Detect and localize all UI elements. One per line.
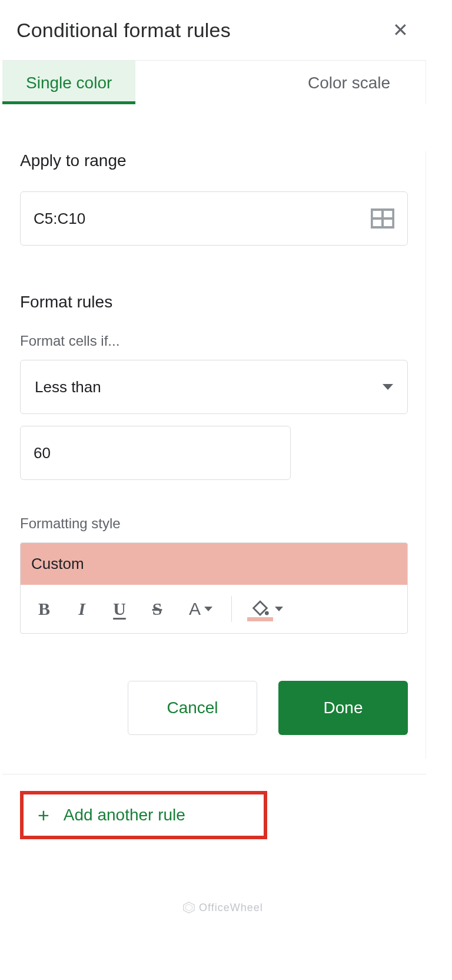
tab-bar: Single color Color scale (2, 61, 426, 104)
panel-content: Apply to range C5:C10 Format rules Forma… (2, 151, 426, 759)
select-range-icon[interactable] (371, 208, 394, 229)
format-rules-label: Format rules (20, 293, 408, 312)
italic-button[interactable]: I (65, 593, 98, 625)
chevron-down-icon (275, 607, 283, 611)
chevron-down-icon (383, 384, 393, 390)
strikethrough-button[interactable]: S (141, 593, 174, 625)
condition-dropdown[interactable]: Less than (20, 360, 408, 414)
close-icon[interactable]: ✕ (387, 16, 414, 44)
text-color-button[interactable]: A (178, 593, 223, 625)
tab-single-color[interactable]: Single color (2, 61, 135, 104)
formatting-style-label: Formatting style (20, 515, 408, 532)
threshold-input[interactable] (20, 426, 291, 480)
style-toolbar: B I U S A (21, 585, 407, 633)
range-value: C5:C10 (34, 210, 371, 228)
formatting-style-block: Custom B I U S A (20, 542, 408, 634)
chevron-down-icon (204, 607, 212, 611)
add-another-rule-button[interactable]: + Add another rule (20, 791, 267, 839)
fill-color-button[interactable] (240, 593, 293, 625)
panel-title: Conditional format rules (16, 19, 231, 42)
action-row: Cancel Done (20, 681, 408, 741)
fill-color-swatch (247, 617, 273, 621)
bold-button[interactable]: B (28, 593, 61, 625)
cancel-button[interactable]: Cancel (128, 681, 257, 735)
plus-icon: + (38, 805, 49, 825)
add-rule-label: Add another rule (64, 806, 185, 825)
panel-header: Conditional format rules ✕ (2, 0, 426, 61)
underline-button[interactable]: U (103, 593, 136, 625)
svg-point-3 (265, 611, 269, 615)
paint-bucket-icon (250, 599, 270, 619)
apply-range-label: Apply to range (20, 151, 408, 170)
text-color-icon: A (189, 599, 201, 619)
tab-color-scale[interactable]: Color scale (284, 61, 426, 104)
done-button[interactable]: Done (278, 681, 408, 735)
toolbar-separator (231, 596, 232, 622)
range-input-wrapper[interactable]: C5:C10 (20, 191, 408, 246)
condition-selected: Less than (35, 378, 383, 396)
format-cells-if-label: Format cells if... (20, 333, 408, 349)
style-preview-swatch[interactable]: Custom (21, 543, 407, 585)
footer-separator (2, 774, 426, 774)
